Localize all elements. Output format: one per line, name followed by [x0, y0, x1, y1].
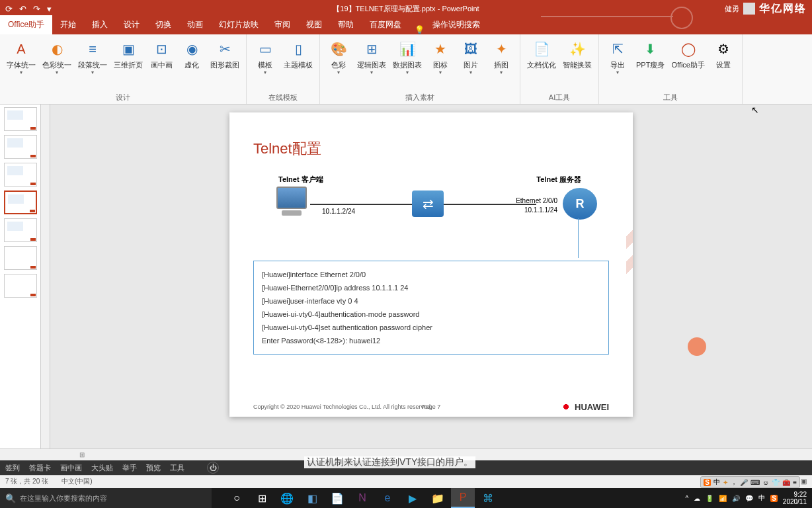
ime-toolbar[interactable]: S 中 ✦ ， 🎤 ⌨ ☺ 👕 🧰 ≡ [700, 476, 800, 488]
tab-office-helper[interactable]: Office助手 [0, 15, 52, 34]
ime-ch-icon[interactable]: 中 [758, 493, 765, 503]
chrome-icon[interactable]: 🌐 [275, 488, 299, 508]
explorer-icon[interactable]: 📄 [325, 488, 349, 508]
3d-fold-button[interactable]: ▣三维折页 [111, 37, 145, 91]
tab-baidu[interactable]: 百度网盘 [362, 15, 409, 34]
image-button[interactable]: 🖼图片▾ [456, 37, 485, 91]
autosave-icon[interactable]: ⟳ [5, 4, 13, 14]
crop-button[interactable]: ✂图形裁图 [208, 37, 242, 91]
avatar[interactable] [743, 3, 755, 15]
blur-button[interactable]: ◉虚化 [177, 37, 206, 91]
ppt-slim-button[interactable]: ⬇PPT瘦身 [633, 37, 667, 91]
data-chart-button[interactable]: 📊数据图表▾ [390, 37, 425, 91]
folder-icon[interactable]: 📁 [426, 488, 450, 508]
mic-icon[interactable]: 🎤 [740, 479, 748, 486]
thumb-1[interactable] [4, 107, 37, 131]
battery-icon[interactable]: 🔋 [706, 495, 713, 502]
server-ip: 10.1.1.1/24 [524, 206, 557, 214]
group-design-label: 设计 [4, 91, 242, 103]
headshot-button[interactable]: 大头贴 [91, 463, 113, 473]
ie-icon[interactable]: e [376, 488, 399, 508]
pip-button[interactable]: ⊡画中画 [147, 37, 176, 91]
lightbulb-icon[interactable]: 💡 [415, 25, 425, 34]
onedrive-icon[interactable]: ☁ [694, 495, 700, 502]
skin-icon[interactable]: 👕 [772, 479, 780, 486]
tray-up-icon[interactable]: ^ [685, 495, 688, 502]
tab-design[interactable]: 设计 [116, 15, 147, 34]
ethernet-label: Ethernet 2/0/0 [516, 197, 557, 204]
app2-icon[interactable]: ⌘ [476, 488, 500, 508]
preview-button[interactable]: 预览 [146, 463, 161, 473]
tab-animations[interactable]: 动画 [179, 15, 211, 34]
normal-view-icon[interactable]: ▣ [801, 478, 807, 485]
tab-transitions[interactable]: 切换 [147, 15, 179, 34]
thumb-5[interactable] [4, 218, 37, 242]
qat-more-icon[interactable]: ▾ [47, 4, 52, 14]
theme-template-button[interactable]: ▯主题模板 [281, 37, 315, 91]
smart-dress-button[interactable]: ✨智能换装 [560, 37, 594, 91]
cortana-icon[interactable]: ○ [225, 488, 249, 508]
tab-review[interactable]: 审阅 [266, 15, 298, 34]
tab-slideshow[interactable]: 幻灯片放映 [211, 15, 266, 34]
thumb-6[interactable] [4, 246, 37, 270]
tell-me-search[interactable]: 操作说明搜索 [425, 15, 488, 34]
export-button[interactable]: ⇱导出▾ [603, 37, 632, 91]
checkin-button[interactable]: 签到 [5, 463, 20, 473]
color-unify-button[interactable]: ◐色彩统一▾ [40, 37, 74, 91]
wifi-icon[interactable]: 📶 [719, 495, 727, 502]
office-helper-button[interactable]: ◯Office助手 [669, 37, 708, 91]
slide-canvas[interactable]: Telnet配置 Telnet 客户端 Telnet 服务器 10.1.1.2/… [229, 112, 633, 417]
thumb-2[interactable] [4, 135, 37, 159]
subtitle-text: 认证机制来认证连接到VTY接口的用户。 [304, 456, 475, 468]
tools-button[interactable]: 工具 [170, 463, 184, 473]
user-name[interactable]: 健勇 [725, 4, 739, 14]
media-icon[interactable]: ▶ [401, 488, 425, 508]
language[interactable]: 中文(中国) [61, 477, 93, 486]
paragraph-unify-button[interactable]: ≡段落统一▾ [75, 37, 110, 91]
ime-menu-icon[interactable]: ≡ [793, 479, 797, 486]
status-bar: 7 张，共 20 张 中文(中国) ≣ 备注 💬 批注 ▣ [0, 475, 812, 487]
volume-icon[interactable]: 🔊 [732, 495, 740, 502]
thumb-7[interactable] [4, 274, 37, 298]
color-button[interactable]: 🎨色彩▾ [324, 37, 353, 91]
ime-lang[interactable]: 中 [713, 478, 720, 487]
icon-button[interactable]: ★图标▾ [426, 37, 455, 91]
toolbox-icon[interactable]: 🧰 [782, 479, 790, 486]
raise-hand-button[interactable]: 举手 [122, 463, 137, 473]
app-icon[interactable]: ◧ [300, 488, 324, 508]
redo-icon[interactable]: ↷ [33, 4, 40, 14]
ime-punct[interactable]: ， [731, 478, 737, 487]
logic-chart-button[interactable]: ⊞逻辑图表▾ [354, 37, 389, 91]
thumb-3[interactable] [4, 163, 37, 187]
sogou-tray-icon[interactable]: S [770, 495, 778, 502]
power-icon[interactable]: ⏻ [207, 462, 219, 474]
illustration-button[interactable]: ✦插图▾ [487, 37, 516, 91]
search-placeholder: 在这里输入你要搜索的内容 [20, 493, 107, 503]
group-insert-label: 插入素材 [324, 91, 516, 103]
tab-home[interactable]: 开始 [52, 15, 84, 34]
thumb-4[interactable] [4, 190, 37, 214]
sogou-icon[interactable]: S [704, 479, 711, 486]
switch-icon: ⇄ [412, 190, 444, 217]
font-unify-button[interactable]: A字体统一▾ [4, 37, 38, 91]
face-icon[interactable]: ☺ [762, 479, 769, 486]
settings-button[interactable]: ⚙设置 [709, 37, 738, 91]
undo-icon[interactable]: ↶ [19, 4, 26, 14]
tab-help[interactable]: 帮助 [330, 15, 362, 34]
taskview-icon[interactable]: ⊞ [250, 488, 274, 508]
slide-thumbnails[interactable] [0, 105, 41, 448]
clock[interactable]: 9:22 2020/11 [783, 491, 807, 505]
doc-optimize-button[interactable]: 📄文档优化 [524, 37, 559, 91]
answer-button[interactable]: 答题卡 [29, 463, 51, 473]
action-center-icon[interactable]: 💬 [745, 495, 753, 502]
pip-button[interactable]: 画中画 [60, 463, 82, 473]
keyboard-icon[interactable]: ⌨ [751, 479, 760, 486]
config-line: [Huawei-ui-vty0-4]set authentication pas… [262, 321, 600, 334]
tab-view[interactable]: 视图 [298, 15, 330, 34]
tab-insert[interactable]: 插入 [84, 15, 116, 34]
thumb-scrollbar[interactable] [41, 105, 50, 448]
powerpoint-icon[interactable]: P [451, 488, 475, 508]
template-button[interactable]: ▭模板▾ [251, 37, 280, 91]
taskbar-search[interactable]: 🔍 在这里输入你要搜索的内容 [0, 488, 212, 508]
onenote-icon[interactable]: N [350, 488, 374, 508]
